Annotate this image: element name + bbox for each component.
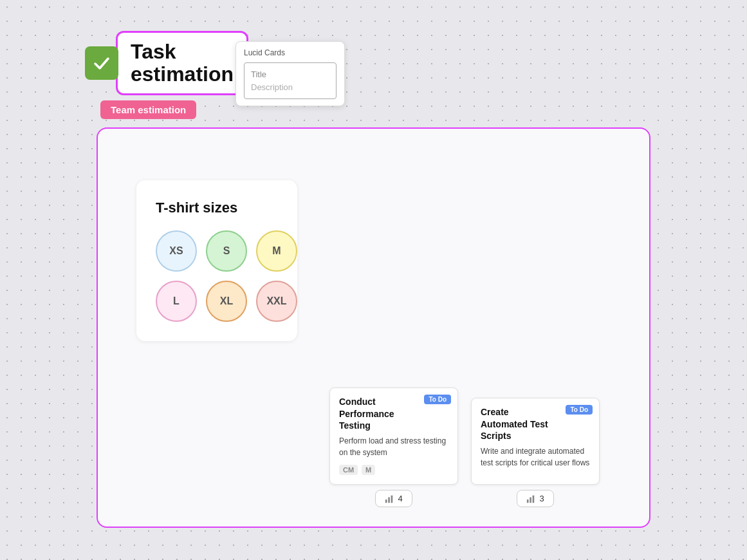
svg-rect-4 (530, 497, 532, 503)
svg-rect-3 (527, 499, 529, 502)
svg-rect-0 (385, 499, 387, 502)
lucid-cards-label: Lucid Cards (244, 48, 337, 57)
size-s[interactable]: S (206, 230, 247, 272)
svg-rect-2 (391, 495, 393, 502)
task-card-wrapper-2: To Do Create Automated Test Scripts Writ… (471, 398, 600, 507)
vote-count-2: 3 (539, 494, 544, 503)
task-card-2: To Do Create Automated Test Scripts Writ… (471, 398, 600, 485)
badge-todo-2: To Do (566, 405, 593, 415)
avatar-m: M (362, 465, 375, 475)
task-estimation-header: Taskestimation (85, 31, 248, 95)
page-title: Taskestimation (116, 31, 248, 95)
task-card-desc-1: Perform load and stress testing on the s… (339, 435, 448, 458)
vote-button-2[interactable]: 3 (517, 490, 553, 507)
task-card-wrapper-1: To Do Conduct Performance Testing Perfor… (329, 387, 458, 507)
badge-todo-1: To Do (424, 395, 451, 404)
canvas: Taskestimation Team estimation Lucid Car… (0, 0, 747, 560)
lucid-cards-input[interactable]: TitleDescription (244, 62, 337, 99)
bar-chart-icon-1 (385, 494, 394, 503)
task-card-1: To Do Conduct Performance Testing Perfor… (329, 387, 458, 485)
tshirt-grid: XS S M L XL XXL (156, 230, 278, 322)
tshirt-title: T-shirt sizes (156, 200, 278, 216)
svg-rect-5 (533, 495, 535, 502)
size-xxl[interactable]: XXL (256, 281, 297, 322)
tshirt-sizes-card: T-shirt sizes XS S M L XL XXL (136, 180, 297, 341)
lucid-cards-popup: Lucid Cards TitleDescription (235, 41, 345, 106)
bar-chart-icon-2 (526, 494, 535, 503)
size-l[interactable]: L (156, 281, 197, 322)
vote-button-1[interactable]: 4 (375, 490, 412, 507)
svg-rect-1 (389, 497, 391, 503)
size-m[interactable]: M (256, 230, 297, 272)
task-card-avatars-1: CM M (339, 465, 448, 475)
avatar-cm: CM (339, 465, 358, 475)
main-board: T-shirt sizes XS S M L XL XXL To Do Cond… (97, 127, 650, 528)
vote-count-1: 4 (398, 494, 402, 503)
team-estimation-badge[interactable]: Team estimation (100, 100, 196, 119)
size-xl[interactable]: XL (206, 281, 247, 322)
task-cards-area: To Do Conduct Performance Testing Perfor… (329, 387, 600, 507)
check-icon (85, 46, 118, 80)
size-xs[interactable]: XS (156, 230, 197, 272)
task-card-desc-2: Write and integrate automated test scrip… (481, 445, 590, 469)
